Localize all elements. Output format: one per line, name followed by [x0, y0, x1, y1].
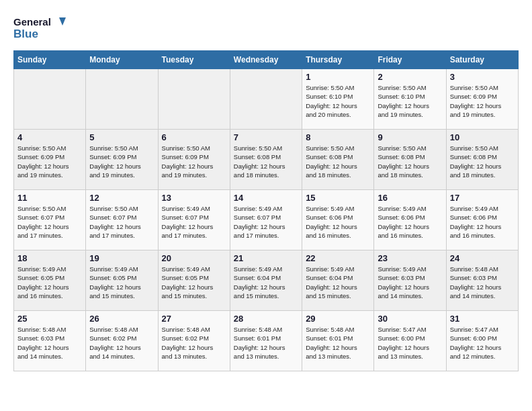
day-number: 14: [234, 193, 298, 203]
calendar-week-row: 11Sunrise: 5:50 AMSunset: 6:07 PMDayligh…: [14, 190, 519, 250]
calendar-cell: 19Sunrise: 5:49 AMSunset: 6:05 PMDayligh…: [86, 250, 158, 311]
day-number: 19: [89, 253, 154, 263]
day-info: Sunrise: 5:50 AMSunset: 6:09 PMDaylight:…: [17, 144, 82, 179]
day-number: 9: [378, 132, 442, 142]
day-info: Sunrise: 5:47 AMSunset: 6:00 PMDaylight:…: [450, 325, 515, 361]
day-number: 5: [89, 132, 154, 142]
day-number: 10: [450, 132, 515, 142]
weekday-header-saturday: Saturday: [446, 51, 518, 69]
day-number: 28: [234, 314, 298, 324]
day-number: 4: [17, 132, 82, 142]
calendar-table: SundayMondayTuesdayWednesdayThursdayFrid…: [13, 50, 519, 371]
weekday-header-monday: Monday: [86, 51, 158, 69]
day-number: 6: [162, 132, 226, 142]
calendar-cell: 7Sunrise: 5:50 AMSunset: 6:08 PMDaylight…: [230, 130, 302, 190]
svg-text:Blue: Blue: [13, 28, 38, 40]
day-info: Sunrise: 5:50 AMSunset: 6:10 PMDaylight:…: [378, 83, 442, 119]
calendar-cell: 1Sunrise: 5:50 AMSunset: 6:10 PMDaylight…: [302, 69, 374, 130]
calendar-cell: 8Sunrise: 5:50 AMSunset: 6:08 PMDaylight…: [302, 130, 374, 190]
calendar-cell: 10Sunrise: 5:50 AMSunset: 6:08 PMDayligh…: [446, 130, 518, 190]
calendar-body: 1Sunrise: 5:50 AMSunset: 6:10 PMDaylight…: [14, 69, 519, 371]
calendar-cell: 2Sunrise: 5:50 AMSunset: 6:10 PMDaylight…: [374, 69, 446, 130]
day-info: Sunrise: 5:49 AMSunset: 6:04 PMDaylight:…: [306, 265, 370, 300]
calendar-week-row: 18Sunrise: 5:49 AMSunset: 6:05 PMDayligh…: [14, 250, 519, 311]
day-info: Sunrise: 5:49 AMSunset: 6:05 PMDaylight:…: [89, 265, 154, 300]
calendar-cell: 27Sunrise: 5:48 AMSunset: 6:02 PMDayligh…: [158, 311, 230, 371]
calendar-cell: [230, 69, 302, 130]
calendar-cell: 28Sunrise: 5:48 AMSunset: 6:01 PMDayligh…: [230, 311, 302, 371]
calendar-week-row: 4Sunrise: 5:50 AMSunset: 6:09 PMDaylight…: [14, 130, 519, 190]
logo: General Blue: [13, 13, 67, 44]
day-info: Sunrise: 5:48 AMSunset: 6:01 PMDaylight:…: [306, 325, 370, 361]
day-info: Sunrise: 5:49 AMSunset: 6:04 PMDaylight:…: [234, 265, 298, 300]
calendar-cell: [14, 69, 86, 130]
day-info: Sunrise: 5:50 AMSunset: 6:08 PMDaylight:…: [234, 144, 298, 179]
day-number: 1: [306, 72, 370, 82]
calendar-cell: 29Sunrise: 5:48 AMSunset: 6:01 PMDayligh…: [302, 311, 374, 371]
calendar-cell: 21Sunrise: 5:49 AMSunset: 6:04 PMDayligh…: [230, 250, 302, 311]
weekday-header-row: SundayMondayTuesdayWednesdayThursdayFrid…: [14, 51, 519, 69]
day-number: 24: [450, 253, 515, 263]
day-number: 20: [162, 253, 226, 263]
day-number: 8: [306, 132, 370, 142]
day-info: Sunrise: 5:48 AMSunset: 6:01 PMDaylight:…: [234, 325, 298, 361]
weekday-header-friday: Friday: [374, 51, 446, 69]
day-info: Sunrise: 5:48 AMSunset: 6:02 PMDaylight:…: [89, 325, 154, 361]
day-info: Sunrise: 5:50 AMSunset: 6:08 PMDaylight:…: [378, 144, 442, 179]
day-info: Sunrise: 5:50 AMSunset: 6:07 PMDaylight:…: [17, 204, 82, 240]
day-number: 21: [234, 253, 298, 263]
day-info: Sunrise: 5:49 AMSunset: 6:07 PMDaylight:…: [234, 204, 298, 240]
day-number: 22: [306, 253, 370, 263]
calendar-cell: 22Sunrise: 5:49 AMSunset: 6:04 PMDayligh…: [302, 250, 374, 311]
calendar-cell: 16Sunrise: 5:49 AMSunset: 6:06 PMDayligh…: [374, 190, 446, 250]
day-info: Sunrise: 5:50 AMSunset: 6:08 PMDaylight:…: [450, 144, 515, 179]
day-info: Sunrise: 5:49 AMSunset: 6:06 PMDaylight:…: [378, 204, 442, 240]
calendar-cell: [86, 69, 158, 130]
day-number: 7: [234, 132, 298, 142]
calendar-cell: 5Sunrise: 5:50 AMSunset: 6:09 PMDaylight…: [86, 130, 158, 190]
day-number: 11: [17, 193, 82, 203]
day-number: 3: [450, 72, 515, 82]
day-number: 17: [450, 193, 515, 203]
day-number: 23: [378, 253, 442, 263]
day-number: 29: [306, 314, 370, 324]
day-number: 12: [89, 193, 154, 203]
calendar-cell: 11Sunrise: 5:50 AMSunset: 6:07 PMDayligh…: [14, 190, 86, 250]
calendar-cell: 9Sunrise: 5:50 AMSunset: 6:08 PMDaylight…: [374, 130, 446, 190]
calendar-cell: 31Sunrise: 5:47 AMSunset: 6:00 PMDayligh…: [446, 311, 518, 371]
calendar-cell: 6Sunrise: 5:50 AMSunset: 6:09 PMDaylight…: [158, 130, 230, 190]
calendar-cell: 26Sunrise: 5:48 AMSunset: 6:02 PMDayligh…: [86, 311, 158, 371]
day-info: Sunrise: 5:48 AMSunset: 6:02 PMDaylight:…: [162, 325, 226, 361]
page-header: General Blue: [13, 13, 519, 44]
day-number: 30: [378, 314, 442, 324]
weekday-header-thursday: Thursday: [302, 51, 374, 69]
day-info: Sunrise: 5:50 AMSunset: 6:09 PMDaylight:…: [450, 83, 515, 119]
day-info: Sunrise: 5:49 AMSunset: 6:07 PMDaylight:…: [162, 204, 226, 240]
calendar-cell: 25Sunrise: 5:48 AMSunset: 6:03 PMDayligh…: [14, 311, 86, 371]
calendar-cell: 23Sunrise: 5:49 AMSunset: 6:03 PMDayligh…: [374, 250, 446, 311]
logo-svg: General Blue: [13, 13, 67, 44]
calendar-cell: 3Sunrise: 5:50 AMSunset: 6:09 PMDaylight…: [446, 69, 518, 130]
day-number: 16: [378, 193, 442, 203]
day-info: Sunrise: 5:49 AMSunset: 6:06 PMDaylight:…: [450, 204, 515, 240]
calendar-cell: 17Sunrise: 5:49 AMSunset: 6:06 PMDayligh…: [446, 190, 518, 250]
calendar-week-row: 25Sunrise: 5:48 AMSunset: 6:03 PMDayligh…: [14, 311, 519, 371]
weekday-header-tuesday: Tuesday: [158, 51, 230, 69]
calendar-cell: 18Sunrise: 5:49 AMSunset: 6:05 PMDayligh…: [14, 250, 86, 311]
day-number: 15: [306, 193, 370, 203]
svg-text:General: General: [13, 16, 51, 28]
calendar-week-row: 1Sunrise: 5:50 AMSunset: 6:10 PMDaylight…: [14, 69, 519, 130]
day-number: 27: [162, 314, 226, 324]
weekday-header-wednesday: Wednesday: [230, 51, 302, 69]
day-info: Sunrise: 5:50 AMSunset: 6:10 PMDaylight:…: [306, 83, 370, 119]
day-info: Sunrise: 5:50 AMSunset: 6:09 PMDaylight:…: [89, 144, 154, 179]
calendar-cell: 24Sunrise: 5:48 AMSunset: 6:03 PMDayligh…: [446, 250, 518, 311]
day-info: Sunrise: 5:49 AMSunset: 6:06 PMDaylight:…: [306, 204, 370, 240]
day-number: 2: [378, 72, 442, 82]
day-number: 31: [450, 314, 515, 324]
day-info: Sunrise: 5:49 AMSunset: 6:03 PMDaylight:…: [378, 265, 442, 300]
day-info: Sunrise: 5:49 AMSunset: 6:05 PMDaylight:…: [17, 265, 82, 300]
calendar-cell: 20Sunrise: 5:49 AMSunset: 6:05 PMDayligh…: [158, 250, 230, 311]
day-number: 26: [89, 314, 154, 324]
day-number: 25: [17, 314, 82, 324]
